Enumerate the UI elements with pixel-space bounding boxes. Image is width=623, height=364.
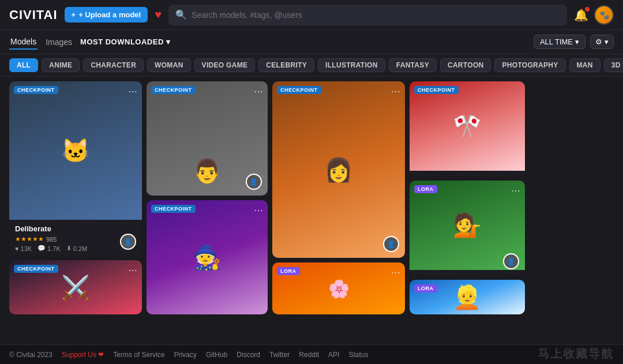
tag-celebrity[interactable]: CELEBRITY [258,58,314,72]
logo[interactable]: CIVITAI [9,7,58,22]
card-likes-1: ♥ 13K [15,245,32,252]
card-author-avatar-1: 👤 [120,234,136,250]
card-badge-5: LORA [414,185,437,193]
card-menu-7[interactable]: ⋯ [254,205,263,216]
card-menu-5[interactable]: ⋯ [511,185,520,196]
card-author-avatar-5: 👤 [503,253,519,269]
card-badge-2: CHECKPOINT [151,86,196,94]
filter-icon: ⚙ [595,37,602,46]
search-icon: 🔍 [175,9,187,20]
card-realistic-vision[interactable]: 👨 CHECKPOINT ⋯ 👤 Realistic Vision V2.0 现… [147,81,268,196]
card-menu-3[interactable]: ⋯ [391,86,400,97]
tag-video-game[interactable]: VIDEO GAME [194,58,256,72]
card-image-7: 🧙 [147,200,268,314]
tag-photography[interactable]: PHOTOGRAPHY [494,58,565,72]
card-anime-dark[interactable]: ⚔️ CHECKPOINT ⋯ [9,260,142,314]
twitter-link[interactable]: Twitter [269,351,290,359]
card-stars-1: ★★★★★ 985 [15,235,136,243]
status-link[interactable]: Status [348,351,368,359]
search-bar[interactable]: 🔍 [168,5,567,25]
card-menu-9[interactable]: ⋯ [391,267,400,278]
card-badge-4: CHECKPOINT [414,86,459,94]
header: CIVITAI + + Upload a model ♥ 🔍 🔔 🐾 [0,0,623,30]
discord-link[interactable]: Discord [237,351,260,359]
nav-models[interactable]: Models [9,35,37,50]
subheader-right: ALL TIME ▾ ⚙ ▾ [534,35,614,49]
card-blonde-lora[interactable]: 👱 LORA [410,280,525,314]
tag-illustration[interactable]: ILLUSTRATION [318,58,385,72]
card-counterfeit[interactable]: 🎌 CHECKPOINT Counterfeit-V2.5 ★★★★★ 276 … [410,81,525,176]
reddit-link[interactable]: Reddit [299,351,319,359]
card-menu-6[interactable]: ⋯ [128,265,137,276]
card-stats-1: ♥ 13K 💬 1.7K ⬇ 0.2M [15,245,136,252]
favorite-icon[interactable]: ♥ [155,8,162,21]
logo-text: CIVITAI [9,7,58,22]
card-image-4: 🎌 [410,81,525,171]
card-author-avatar-3: 👤 [383,236,399,252]
card-badge-7: CHECKPOINT [151,205,196,213]
card-deliberate[interactable]: 🐱 CHECKPOINT ⋯ 👤 Deliberate ★★★★★ 985 ♥ … [9,81,142,256]
card-image-1: 🐱 [9,81,142,220]
card-wizard[interactable]: 🧙 CHECKPOINT ⋯ [147,200,268,314]
card-menu-1[interactable]: ⋯ [128,86,137,97]
card-badge-9: LORA [277,267,300,275]
privacy-link[interactable]: Privacy [174,351,197,359]
card-badge-checkpoint: CHECKPOINT [14,86,58,94]
upload-icon: + [72,10,76,19]
tag-3d[interactable]: 3D [604,58,623,72]
card-footer-4: Counterfeit-V2.5 ★★★★★ 276 ♥ 16K 💬 249 ⬇… [410,171,525,176]
avatar[interactable]: 🐾 [594,5,614,25]
subheader: Models Images MOST DOWNLOADED ▾ ALL TIME… [0,30,623,54]
upload-label: + Upload a model [78,10,141,19]
footer: © Civitai 2023 Support Us ❤ Terms of Ser… [0,344,623,364]
copyright: © Civitai 2023 [9,351,52,359]
notification-bell[interactable]: 🔔 [574,8,588,22]
nav-images[interactable]: Images [44,35,73,49]
watermark: 马上收藏导航 [538,346,614,362]
support-link[interactable]: Support Us ❤ [62,351,104,359]
terms-link[interactable]: Terms of Service [113,351,164,359]
tag-woman[interactable]: WOMAN [147,58,191,72]
card-title-1: Deliberate [15,224,136,233]
card-title-5: Fashion Girl [415,275,519,275]
card-comments-1: 💬 1.7K [37,245,61,252]
tag-man[interactable]: MAN [569,58,601,72]
card-image-3: 👩 [272,81,405,258]
card-fashion-girl[interactable]: 💁 LORA ⋯ 👤 Fashion Girl ★★★★★ 72 ♥ 8.4K … [410,181,525,275]
tags-row: ALLANIMECHARACTERWOMANVIDEO GAMECELEBRIT… [0,54,623,77]
card-menu-2[interactable]: ⋯ [254,86,263,97]
card-badge-8: LORA [414,284,437,292]
all-time-button[interactable]: ALL TIME ▾ [534,35,586,49]
tag-all[interactable]: ALL [9,58,38,72]
tag-anime[interactable]: ANIME [42,58,80,72]
github-link[interactable]: GitHub [206,351,227,359]
card-footer-5: Fashion Girl ★★★★★ 72 ♥ 8.4K 💬 112 ⬇ 78K [410,270,525,275]
card-author-avatar-2: 👤 [246,174,262,190]
api-link[interactable]: API [328,351,339,359]
filter-button[interactable]: ⚙ ▾ [590,35,614,49]
card-downloads-1: ⬇ 0.2M [66,245,87,252]
tag-cartoon[interactable]: CARTOON [440,58,491,72]
card-dreamshaper[interactable]: 👩 CHECKPOINT ⋯ 👤 DreamShaper ★★★★★ 331 ♥… [272,81,405,258]
card-badge-6: CHECKPOINT [14,265,58,273]
upload-button[interactable]: + + Upload a model [65,7,148,22]
card-title-4: Counterfeit-V2.5 [415,175,519,176]
card-badge-3: CHECKPOINT [277,86,321,94]
most-downloaded-filter[interactable]: MOST DOWNLOADED ▾ [80,37,170,46]
header-right: 🔔 🐾 [574,5,614,25]
search-input[interactable] [192,10,560,20]
notification-dot [585,7,590,12]
tag-fantasy[interactable]: FANTASY [389,58,437,72]
card-small-lora[interactable]: 🌸 LORA ⋯ [272,262,405,314]
tag-character[interactable]: CHARACTER [83,58,144,72]
